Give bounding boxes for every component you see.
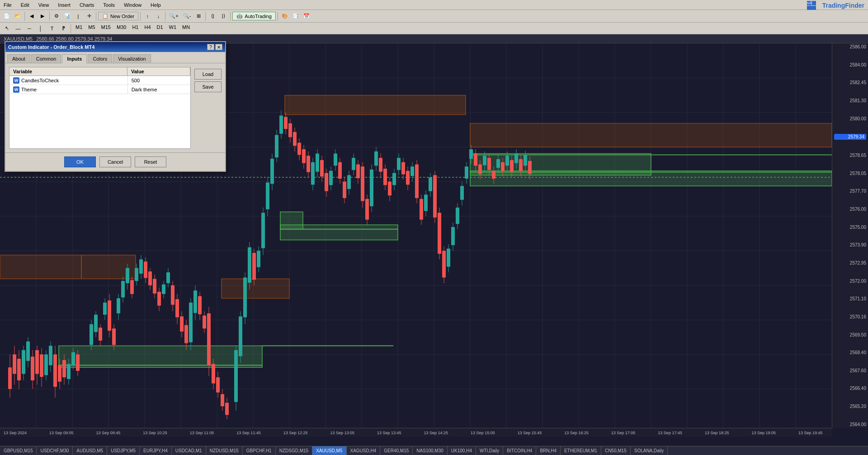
svg-rect-274 [519, 159, 523, 171]
line-tool[interactable]: — [13, 24, 23, 33]
tab-colors[interactable]: Colors [88, 54, 112, 63]
svg-rect-240 [442, 251, 446, 277]
tf-d1[interactable]: D1 [155, 24, 165, 33]
save-btn[interactable]: Save [194, 81, 222, 92]
time-label: 13 Sep 09:45 [96, 431, 121, 435]
menu-tools[interactable]: Tools [101, 2, 117, 8]
svg-rect-66 [35, 350, 39, 374]
indicator-btn[interactable]: 📊 [62, 11, 72, 21]
price-label: 2584.00 [834, 62, 866, 67]
tf-h1[interactable]: H1 [130, 24, 141, 33]
period-btn[interactable]: 📅 [302, 11, 311, 21]
zoom-out-btn[interactable]: 🔍- [181, 11, 193, 21]
tab-ethereum-m1[interactable]: ETHEREUM,M1 [561, 446, 601, 455]
tab-usdchf-m30[interactable]: USDCHF,M30 [37, 446, 73, 455]
menu-edit[interactable]: Edit [19, 2, 31, 8]
tab-cn50-m15[interactable]: CN50,M15 [601, 446, 631, 455]
tab-uk100-h4[interactable]: UK100,H4 [448, 446, 476, 455]
text-tool[interactable]: T [47, 24, 57, 33]
vline-tool[interactable]: │ [36, 24, 46, 33]
tab-wti-daily[interactable]: WTI,Daily [476, 446, 503, 455]
svg-rect-254 [474, 154, 477, 166]
forward-btn[interactable]: ▶ [38, 11, 47, 21]
tab-nzdsgd-m15[interactable]: NZDSGD,M15 [276, 446, 312, 455]
param-cell-val1[interactable]: 500 [128, 76, 190, 85]
tab-nzdusd-m15[interactable]: NZDUSD,M15 [206, 446, 243, 455]
color-btn[interactable]: 🎨 [280, 11, 290, 21]
menu-view[interactable]: View [37, 2, 51, 8]
tab-about[interactable]: About [7, 54, 30, 63]
reset-btn[interactable]: Reset [135, 156, 166, 167]
svg-rect-62 [26, 341, 30, 361]
template-btn[interactable]: 📑 [291, 11, 301, 21]
tab-usdcad-m1[interactable]: USDCAD,M1 [172, 446, 206, 455]
hline-tool[interactable]: ─ [24, 24, 34, 33]
param-row-theme[interactable]: W Theme Dark theme [9, 85, 190, 94]
param-cell-var2: W Theme [9, 85, 128, 94]
svg-rect-242 [447, 249, 450, 267]
new-order-btn[interactable]: 📋 New Order [98, 12, 138, 20]
svg-rect-90 [99, 327, 102, 341]
buy-btn[interactable]: ↑ [142, 11, 152, 21]
back-btn[interactable]: ◀ [27, 11, 37, 21]
tf-h4[interactable]: H4 [142, 24, 153, 33]
cancel-btn[interactable]: Cancel [99, 156, 131, 167]
svg-rect-168 [279, 115, 283, 133]
tab-common[interactable]: Common [31, 54, 61, 63]
fit-btn[interactable]: ⊞ [193, 11, 203, 21]
tab-eurjpy-h4[interactable]: EURJPY,H4 [140, 446, 172, 455]
open-btn[interactable]: 📂 [13, 11, 23, 21]
tab-gbpusd-m15[interactable]: GBPUSD,M15 [0, 446, 37, 455]
menu-help[interactable]: Help [149, 2, 163, 8]
scroll-left-btn[interactable]: ⟨| [208, 11, 217, 21]
tab-ger40-m15[interactable]: GER40,M15 [380, 446, 413, 455]
tab-solana-daily[interactable]: SOLANA,Daily [631, 446, 668, 455]
tab-audusd-m5[interactable]: AUDUSD,M5 [73, 446, 107, 455]
time-label: 13 Sep 14:25 [424, 431, 448, 435]
svg-rect-112 [148, 271, 152, 285]
fib-tool[interactable]: ⁋ [58, 24, 68, 33]
time-label: 13 Sep 10:25 [143, 431, 167, 435]
menu-window[interactable]: Window [122, 2, 143, 8]
zoom-in-btn[interactable]: 🔍+ [167, 11, 180, 21]
menu-charts[interactable]: Charts [78, 2, 96, 8]
dialog-help-btn[interactable]: ? [207, 44, 214, 50]
tab-usdjpy-m5[interactable]: USDJPY,M5 [107, 446, 140, 455]
cursor-tool[interactable]: ↖ [2, 24, 12, 33]
menu-file[interactable]: File [2, 2, 14, 8]
svg-rect-134 [198, 296, 202, 314]
param-row-candles[interactable]: W CandlesToCheck 500 [9, 76, 190, 85]
param-cell-val2[interactable]: Dark theme [128, 85, 190, 94]
tf-w1[interactable]: W1 [167, 24, 179, 33]
tab-visualization[interactable]: Visualization [113, 54, 151, 63]
new-order-label: New Order [110, 14, 134, 19]
expert-btn[interactable]: ⚙ [52, 11, 61, 21]
period-sep-btn[interactable]: | [73, 11, 83, 21]
ok-btn[interactable]: OK [64, 156, 96, 167]
tab-inputs[interactable]: Inputs [62, 54, 87, 63]
tab-gbpchf-h1[interactable]: GBPCHF,H1 [243, 446, 276, 455]
tf-m5[interactable]: M5 [86, 24, 97, 33]
var-icon-2: W [13, 86, 19, 93]
dialog-close-btn[interactable]: ✕ [215, 44, 222, 50]
menu-insert[interactable]: Insert [56, 2, 72, 8]
logo-area: LC TradingFinder [806, 0, 866, 11]
new-chart-btn[interactable]: 📄 [2, 11, 12, 21]
crosshair-btn[interactable]: ✛ [84, 11, 94, 21]
tab-xauusd-m5[interactable]: XAUUSD,M5 [312, 446, 346, 455]
tf-mn[interactable]: MN [180, 24, 192, 33]
auto-trading-btn[interactable]: 🤖 AutoTrading [232, 12, 276, 20]
tab-nas100-m30[interactable]: NAS100,M30 [413, 446, 447, 455]
svg-rect-84 [76, 355, 80, 371]
svg-rect-130 [189, 303, 193, 342]
tab-bitcoin-h4[interactable]: BITCOIN,H4 [503, 446, 536, 455]
tab-brn-h4[interactable]: BRN,H4 [536, 446, 561, 455]
sell-btn[interactable]: ↓ [153, 11, 163, 21]
tf-m1[interactable]: M1 [73, 24, 85, 33]
svg-rect-228 [415, 164, 419, 198]
tf-m15[interactable]: M15 [99, 24, 113, 33]
scroll-right-btn[interactable]: |⟩ [218, 11, 228, 21]
load-btn[interactable]: Load [194, 69, 222, 80]
tab-xagusd-h4[interactable]: XAGUSD,H4 [347, 446, 381, 455]
tf-m30[interactable]: M30 [114, 24, 128, 33]
